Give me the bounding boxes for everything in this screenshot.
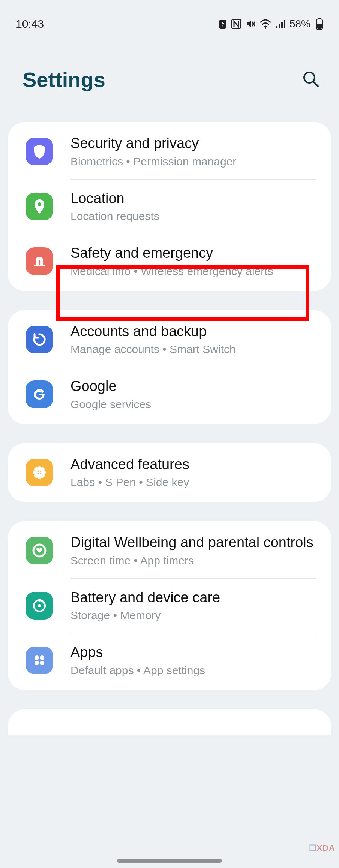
item-title: Security and privacy <box>70 135 319 153</box>
item-sub: Screen time • App timers <box>70 553 319 568</box>
page-title: Settings <box>22 67 105 92</box>
google-icon <box>26 380 53 408</box>
item-text: Advanced features Labs • S Pen • Side ke… <box>70 456 319 490</box>
svg-rect-15 <box>39 260 40 263</box>
flower-icon <box>26 459 53 486</box>
item-sub: Biometrics • Permission manager <box>70 154 319 169</box>
svg-rect-6 <box>279 24 280 28</box>
item-text: Battery and device care Storage • Memory <box>70 589 319 623</box>
emergency-icon <box>26 247 53 275</box>
settings-group-partial <box>8 709 332 735</box>
item-apps[interactable]: Apps Default apps • App settings <box>8 633 332 688</box>
item-text: Digital Wellbeing and parental controls … <box>70 534 319 568</box>
item-title: Battery and device care <box>70 589 319 607</box>
wifi-icon <box>260 19 272 29</box>
svg-rect-28 <box>38 472 41 473</box>
sync-icon <box>26 326 53 353</box>
status-bar: 10:43 58% <box>0 0 339 37</box>
svg-point-33 <box>34 655 39 660</box>
item-title: Safety and emergency <box>70 244 319 262</box>
settings-group-0: Security and privacy Biometrics • Permis… <box>8 122 332 291</box>
settings-group-1: Accounts and backup Manage accounts • Sm… <box>8 310 332 424</box>
settings-group-3: Digital Wellbeing and parental controls … <box>8 521 332 690</box>
item-sub: Google services <box>70 397 319 412</box>
svg-point-35 <box>34 661 39 665</box>
item-title: Apps <box>70 644 319 661</box>
svg-point-14 <box>38 202 41 206</box>
item-text: Safety and emergency Medical info • Wire… <box>70 244 319 278</box>
svg-point-4 <box>265 27 266 29</box>
item-sub: Labs • S Pen • Side key <box>70 475 319 489</box>
nfc-icon <box>231 18 242 30</box>
item-text: Security and privacy Biometrics • Permis… <box>70 135 319 169</box>
svg-line-13 <box>314 82 318 86</box>
status-time: 10:43 <box>16 18 44 30</box>
battery-percent: 58% <box>290 18 310 30</box>
saver-icon <box>218 18 227 30</box>
search-icon <box>302 70 320 88</box>
item-title: Advanced features <box>70 456 319 474</box>
item-accounts-backup[interactable]: Accounts and backup Manage accounts • Sm… <box>8 312 332 367</box>
item-security-privacy[interactable]: Security and privacy Biometrics • Permis… <box>8 124 332 179</box>
status-right: 58% <box>218 18 323 30</box>
item-text: Apps Default apps • App settings <box>70 644 319 678</box>
pin-icon <box>26 193 53 220</box>
item-text: Location Location requests <box>70 190 319 224</box>
wellbeing-icon <box>26 537 53 564</box>
header: Settings <box>0 37 339 122</box>
svg-point-32 <box>38 599 40 602</box>
item-title: Location <box>70 190 319 208</box>
svg-rect-8 <box>284 20 285 28</box>
item-google[interactable]: Google Google services <box>8 367 332 422</box>
item-text: Accounts and backup Manage accounts • Sm… <box>70 323 319 357</box>
item-location[interactable]: Location Location requests <box>8 179 332 234</box>
item-text: Google Google services <box>70 377 319 412</box>
svg-rect-11 <box>317 24 322 29</box>
item-safety-emergency[interactable]: Safety and emergency Medical info • Wire… <box>8 234 332 289</box>
item-digital-wellbeing[interactable]: Digital Wellbeing and parental controls … <box>8 523 332 578</box>
svg-rect-5 <box>276 26 278 28</box>
mute-icon <box>245 19 256 29</box>
item-title: Digital Wellbeing and parental controls <box>70 534 319 552</box>
watermark: ☐XDA <box>309 843 335 853</box>
signal-icon <box>275 19 286 29</box>
shield-icon <box>26 138 53 165</box>
gesture-bar <box>117 859 222 863</box>
item-sub: Medical info • Wireless emergency alerts <box>70 264 319 278</box>
care-icon <box>26 592 53 620</box>
svg-rect-7 <box>281 22 283 28</box>
item-sub: Location requests <box>70 209 319 223</box>
svg-point-34 <box>40 655 44 660</box>
apps-icon <box>26 647 53 674</box>
battery-icon <box>316 18 323 30</box>
item-sub: Manage accounts • Smart Switch <box>70 342 319 356</box>
item-title: Accounts and backup <box>70 323 319 341</box>
item-title: Google <box>70 377 319 395</box>
search-button[interactable] <box>302 70 320 90</box>
svg-point-36 <box>40 661 44 665</box>
item-battery-care[interactable]: Battery and device care Storage • Memory <box>8 578 332 633</box>
item-advanced-features[interactable]: Advanced features Labs • S Pen • Side ke… <box>8 445 332 500</box>
item-sub: Default apps • App settings <box>70 663 319 678</box>
svg-point-31 <box>38 604 41 607</box>
item-sub: Storage • Memory <box>70 608 319 623</box>
svg-rect-16 <box>39 263 40 265</box>
settings-group-2: Advanced features Labs • S Pen • Side ke… <box>8 443 332 503</box>
